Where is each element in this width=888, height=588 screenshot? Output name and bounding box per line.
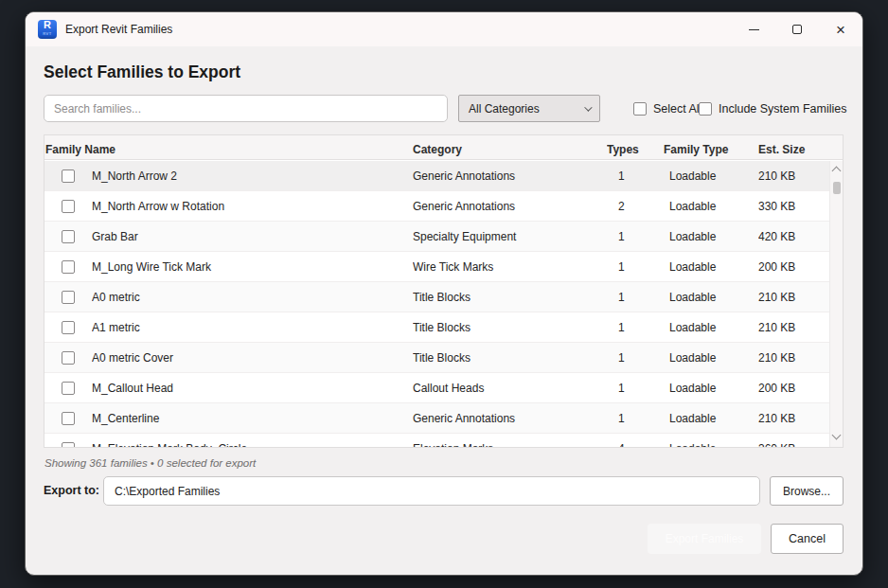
cell-family-name: A0 metric Cover	[92, 351, 413, 365]
table-row[interactable]: M_Long Wire Tick Mark Wire Tick Marks 1 …	[44, 252, 829, 282]
maximize-icon	[792, 25, 802, 34]
column-types[interactable]: Types	[607, 143, 664, 156]
cell-family-name: M_Callout Head	[92, 382, 413, 395]
cell-family-type: Loadable	[664, 321, 758, 334]
include-system-label: Include System Families	[719, 102, 846, 116]
close-icon: ×	[836, 22, 845, 38]
cell-types: 2	[607, 200, 664, 213]
table-row[interactable]: A0 metric Cover Title Blocks 1 Loadable …	[44, 343, 829, 373]
revit-icon-subtext: RVT	[43, 29, 51, 39]
cell-est-size: 210 KB	[758, 351, 829, 365]
cell-category: Generic Annotations	[413, 200, 607, 213]
cell-est-size: 330 KB	[758, 200, 829, 213]
select-all-checkbox[interactable]	[633, 102, 647, 116]
table-body: M_North Arrow 2 Generic Annotations 1 Lo…	[44, 161, 829, 447]
cell-est-size: 210 KB	[758, 321, 829, 334]
revit-app-icon: R RVT	[38, 20, 57, 39]
cell-est-size: 360 KB	[758, 442, 829, 448]
column-category[interactable]: Category	[413, 143, 607, 156]
row-checkbox[interactable]	[62, 169, 75, 183]
cell-family-type: Loadable	[664, 200, 758, 213]
cell-family-type: Loadable	[664, 291, 758, 304]
cell-est-size: 210 KB	[758, 169, 829, 183]
scrollbar-thumb[interactable]	[833, 182, 841, 194]
cell-category: Generic Annotations	[413, 412, 607, 425]
cell-types: 1	[607, 291, 664, 304]
cell-family-type: Loadable	[664, 442, 758, 448]
cell-category: Title Blocks	[413, 321, 607, 334]
cell-types: 1	[607, 351, 664, 365]
include-system-checkbox-group[interactable]: Include System Families	[699, 95, 846, 122]
table-row[interactable]: A0 metric Title Blocks 1 Loadable 210 KB	[44, 282, 829, 312]
table-row[interactable]: Grab Bar Specialty Equipment 1 Loadable …	[44, 222, 829, 252]
families-table: Family Name Category Types Family Type E…	[44, 134, 844, 448]
table-scrollbar[interactable]	[829, 161, 843, 447]
cell-types: 4	[607, 442, 664, 448]
cell-family-name: Grab Bar	[92, 230, 413, 243]
close-button[interactable]: ×	[819, 12, 862, 46]
search-input[interactable]	[44, 95, 448, 122]
category-dropdown-value: All Categories	[469, 102, 540, 116]
row-checkbox[interactable]	[62, 200, 75, 213]
chevron-down-icon	[584, 103, 592, 111]
cell-family-type: Loadable	[664, 260, 758, 274]
export-dialog: R RVT Export Revit Families × Select Fam…	[25, 11, 863, 576]
status-text: Showing 361 families • 0 selected for ex…	[44, 457, 256, 469]
title-bar: R RVT Export Revit Families ×	[26, 12, 862, 46]
cell-family-name: A1 metric	[92, 321, 413, 334]
table-row[interactable]: M_Callout Head Callout Heads 1 Loadable …	[44, 373, 829, 403]
cell-est-size: 420 KB	[758, 230, 829, 243]
row-checkbox[interactable]	[62, 291, 75, 304]
cell-est-size: 200 KB	[758, 260, 829, 274]
include-system-checkbox[interactable]	[699, 102, 712, 116]
cell-family-name: M_North Arrow w Rotation	[92, 200, 413, 213]
cell-category: Specialty Equipment	[413, 230, 607, 243]
cell-family-name: M_Long Wire Tick Mark	[92, 260, 413, 274]
row-checkbox[interactable]	[62, 382, 75, 395]
row-checkbox[interactable]	[62, 412, 75, 425]
cell-types: 1	[607, 382, 664, 395]
filter-row: All Categories Select All Include System…	[26, 95, 862, 122]
scroll-up-icon[interactable]	[832, 167, 842, 176]
cell-family-type: Loadable	[664, 351, 758, 365]
maximize-button[interactable]	[775, 12, 819, 46]
cell-types: 1	[607, 412, 664, 425]
cell-category: Callout Heads	[413, 382, 607, 395]
cell-est-size: 210 KB	[758, 291, 829, 304]
column-est-size[interactable]: Est. Size	[758, 143, 843, 156]
column-family-type[interactable]: Family Type	[664, 143, 758, 156]
cell-family-type: Loadable	[664, 412, 758, 425]
row-checkbox[interactable]	[62, 321, 75, 334]
cell-category: Title Blocks	[413, 291, 607, 304]
row-checkbox[interactable]	[62, 442, 75, 448]
cell-family-name: M_North Arrow 2	[92, 169, 413, 183]
cancel-button[interactable]: Cancel	[771, 524, 844, 554]
cell-types: 1	[607, 260, 664, 274]
export-families-button[interactable]: Export Families	[648, 524, 761, 554]
cell-family-name: M_Elevation Mark Body_Circle	[92, 442, 413, 448]
select-all-checkbox-group[interactable]: Select All	[633, 95, 702, 122]
cell-est-size: 200 KB	[758, 382, 829, 395]
minimize-button[interactable]	[732, 12, 775, 46]
table-row[interactable]: A1 metric Title Blocks 1 Loadable 210 KB	[44, 312, 829, 343]
cell-category: Wire Tick Marks	[413, 260, 607, 274]
export-to-label: Export to:	[44, 484, 99, 497]
row-checkbox[interactable]	[62, 230, 75, 243]
table-row[interactable]: M_Elevation Mark Body_Circle Elevation M…	[44, 434, 829, 447]
category-dropdown[interactable]: All Categories	[458, 95, 600, 122]
export-path-input[interactable]	[103, 476, 760, 506]
table-row[interactable]: M_North Arrow 2 Generic Annotations 1 Lo…	[44, 161, 829, 191]
cell-types: 1	[607, 169, 664, 183]
select-all-label: Select All	[653, 102, 702, 116]
table-row[interactable]: M_Centerline Generic Annotations 1 Loada…	[44, 403, 829, 434]
column-family-name[interactable]: Family Name	[44, 143, 413, 156]
cell-category: Title Blocks	[413, 351, 607, 365]
cell-family-type: Loadable	[664, 382, 758, 395]
cell-category: Generic Annotations	[413, 169, 607, 183]
row-checkbox[interactable]	[62, 260, 75, 274]
cell-family-type: Loadable	[664, 169, 758, 183]
browse-button[interactable]: Browse...	[770, 476, 844, 506]
scroll-down-icon[interactable]	[832, 431, 842, 440]
row-checkbox[interactable]	[62, 351, 75, 365]
table-row[interactable]: M_North Arrow w Rotation Generic Annotat…	[44, 191, 829, 222]
